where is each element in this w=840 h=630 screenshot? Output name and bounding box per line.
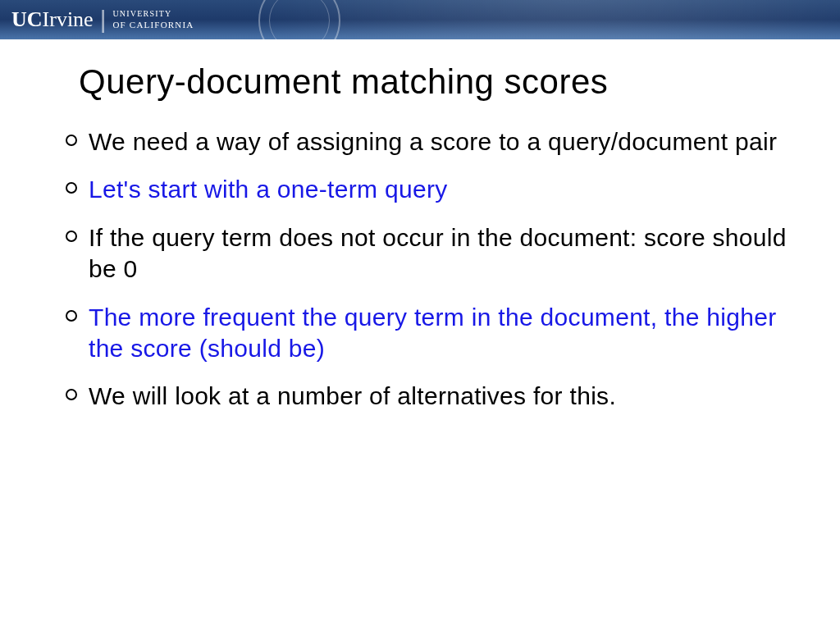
bullet-marker-icon — [66, 310, 77, 322]
bullet-item: The more frequent the query term in the … — [66, 302, 791, 365]
bullet-item: Let's start with a one-term query — [66, 174, 791, 205]
logo-subtitle: UNIVERSITY OF CALIFORNIA — [112, 8, 194, 30]
logo-sub-2: OF CALIFORNIA — [112, 19, 194, 30]
slide-title: Query-document matching scores — [79, 62, 791, 102]
bullet-item: If the query term does not occur in the … — [66, 222, 791, 285]
bullet-text: The more frequent the query term in the … — [89, 302, 791, 365]
bullet-item: We will look at a number of alternatives… — [66, 381, 791, 412]
bullet-text: If the query term does not occur in the … — [89, 222, 791, 285]
slide-content: Query-document matching scores We need a… — [0, 39, 840, 413]
bullet-text: We will look at a number of alternatives… — [89, 381, 616, 412]
bullet-marker-icon — [66, 135, 77, 146]
bullet-text: We need a way of assigning a score to a … — [89, 126, 777, 158]
logo-uc: UC — [11, 7, 43, 31]
bullet-item: We need a way of assigning a score to a … — [66, 126, 791, 158]
logo-sub-1: UNIVERSITY — [112, 8, 194, 19]
bullet-marker-icon — [66, 389, 77, 400]
bullet-marker-icon — [66, 231, 77, 242]
bullet-text: Let's start with a one-term query — [89, 174, 447, 205]
bullet-marker-icon — [66, 182, 77, 194]
logo-divider: | — [100, 6, 107, 34]
university-seal-icon: E R S I T 1 8 6 8 — [258, 0, 340, 39]
uci-logo: UCIrvine — [11, 7, 94, 32]
logo-irvine: Irvine — [43, 7, 94, 31]
header-banner: UCIrvine | UNIVERSITY OF CALIFORNIA E R … — [0, 0, 840, 39]
